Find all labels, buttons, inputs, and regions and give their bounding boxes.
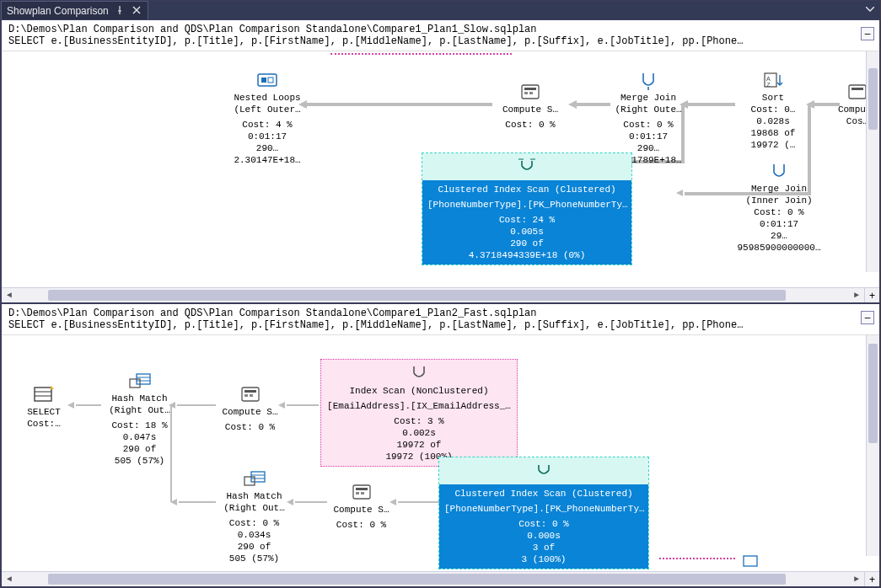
vertical-scrollbar[interactable] bbox=[866, 335, 879, 556]
svg-rect-4 bbox=[524, 88, 536, 90]
sort-icon: AZ bbox=[761, 70, 785, 90]
node-compute-scalar-1-b[interactable]: Compute S… Cost: 0 % bbox=[214, 384, 286, 433]
node-icon-header bbox=[422, 153, 631, 180]
merge-join-icon bbox=[637, 70, 660, 90]
plan-path: D:\Demos\Plan Comparison and QDS\Plan Co… bbox=[8, 24, 873, 35]
panes: D:\Demos\Plan Comparison and QDS\Plan Co… bbox=[1, 19, 880, 587]
node-icon-header bbox=[439, 457, 648, 484]
bottom-plan-pane: D:\Demos\Plan Comparison and QDS\Plan Co… bbox=[1, 303, 880, 587]
scroll-left-button[interactable]: ◄ bbox=[2, 572, 17, 586]
index-scan-icon bbox=[407, 363, 431, 383]
node-compute-scalar-2-b[interactable]: Compute S… Cost: 0 % bbox=[325, 482, 397, 531]
top-plan-pane: D:\Demos\Plan Comparison and QDS\Plan Co… bbox=[1, 19, 880, 303]
node-hash-match-2[interactable]: Hash Match (Right Out… Cost: 0 % 0.034s … bbox=[214, 468, 294, 564]
compute-scalar-icon bbox=[239, 384, 262, 404]
scroll-right-button[interactable]: ► bbox=[849, 288, 864, 302]
svg-rect-20 bbox=[244, 390, 256, 393]
titlebar: Showplan Comparison bbox=[1, 1, 880, 19]
plan-path: D:\Demos\Plan Comparison and QDS\Plan Co… bbox=[8, 307, 873, 319]
collapse-button[interactable]: – bbox=[861, 27, 874, 40]
tab-title: Showplan Comparison bbox=[7, 5, 109, 17]
connector bbox=[298, 100, 492, 109]
node-hash-match-1[interactable]: Hash Match (Right Out… Cost: 18 % 0.047s… bbox=[99, 371, 180, 467]
node-merge-join-2[interactable]: Merge Join (Inner Join) Cost: 0 % 0:01:1… bbox=[728, 161, 830, 257]
node-index-scan-nonclustered[interactable]: Index Scan (NonClustered) [EmailAddress]… bbox=[320, 359, 518, 467]
node-clustered-index-scan-selected-b[interactable]: Clustered Index Scan (Clustered) [PhoneN… bbox=[438, 457, 649, 569]
hash-match-icon bbox=[243, 468, 266, 489]
horizontal-scrollbar[interactable] bbox=[32, 572, 834, 586]
collapse-button[interactable]: – bbox=[861, 311, 874, 324]
svg-rect-2 bbox=[268, 78, 273, 83]
connector bbox=[170, 498, 216, 506]
svg-rect-10 bbox=[849, 85, 866, 99]
node-merge-join-1[interactable]: Merge Join (Right Oute… Cost: 0 % 0:01:1… bbox=[602, 70, 695, 166]
node-select[interactable]: SELECT Cost:… bbox=[19, 384, 69, 430]
hash-match-icon bbox=[128, 371, 152, 391]
pin-icon[interactable] bbox=[114, 5, 126, 17]
clustered-index-scan-icon bbox=[515, 156, 539, 176]
top-plan-header: D:\Demos\Plan Comparison and QDS\Plan Co… bbox=[2, 20, 879, 51]
compute-scalar-icon bbox=[350, 482, 373, 502]
svg-rect-1 bbox=[261, 78, 266, 83]
connector bbox=[67, 401, 101, 409]
connector bbox=[806, 100, 840, 109]
svg-rect-28 bbox=[356, 488, 368, 490]
plan-query: SELECT e.[BusinessEntityID], p.[Title], … bbox=[8, 319, 873, 331]
node-nested-loops[interactable]: Nested Loops (Left Outer… Cost: 4 % 0:01… bbox=[217, 70, 318, 166]
window-menu-dropdown[interactable] bbox=[863, 3, 877, 16]
svg-rect-6 bbox=[529, 92, 533, 94]
connector bbox=[676, 189, 688, 197]
scroll-left-button[interactable]: ◄ bbox=[2, 288, 17, 302]
svg-rect-29 bbox=[356, 492, 359, 494]
svg-rect-22 bbox=[250, 394, 253, 397]
svg-rect-0 bbox=[258, 74, 277, 86]
svg-text:Z: Z bbox=[766, 81, 771, 88]
svg-rect-11 bbox=[851, 88, 863, 90]
tab-showplan-comparison[interactable]: Showplan Comparison bbox=[1, 1, 148, 19]
bottom-hscroll: ◄ ► + bbox=[2, 571, 879, 586]
node-compute-scalar-1[interactable]: Compute S… Cost: 0 % bbox=[492, 82, 568, 131]
plan-query: SELECT e.[BusinessEntityID], p.[Title], … bbox=[8, 35, 873, 47]
svg-rect-5 bbox=[524, 92, 528, 94]
partial-icon bbox=[735, 553, 759, 571]
svg-rect-21 bbox=[244, 394, 248, 397]
highlight-pink-fragment bbox=[659, 558, 735, 559]
merge-join-icon bbox=[767, 161, 791, 181]
zoom-plus-button[interactable]: + bbox=[864, 572, 879, 586]
nested-loops-icon bbox=[255, 70, 279, 90]
bottom-canvas[interactable]: SELECT Cost:… Hash Match (Right Out… Cos… bbox=[2, 335, 879, 571]
compute-scalar-icon bbox=[518, 82, 542, 102]
node-clustered-index-scan-selected[interactable]: Clustered Index Scan (Clustered) [PhoneN… bbox=[422, 152, 632, 265]
svg-rect-31 bbox=[744, 556, 757, 566]
bottom-plan-header: D:\Demos\Plan Comparison and QDS\Plan Co… bbox=[2, 304, 879, 335]
top-canvas[interactable]: Nested Loops (Left Outer… Cost: 4 % 0:01… bbox=[2, 51, 879, 287]
showplan-comparison-window: Showplan Comparison D:\Demos\Plan Compar… bbox=[0, 0, 881, 588]
clustered-index-scan-icon bbox=[532, 460, 556, 480]
zoom-plus-button[interactable]: + bbox=[864, 288, 879, 302]
scroll-right-button[interactable]: ► bbox=[849, 572, 864, 586]
top-hscroll: ◄ ► + bbox=[2, 287, 879, 302]
select-icon bbox=[32, 384, 56, 404]
close-icon[interactable] bbox=[131, 5, 142, 17]
node-sort[interactable]: AZ Sort Cost: 0… 0.028s 19868 of 19972 (… bbox=[735, 70, 811, 151]
connector bbox=[389, 498, 440, 506]
svg-rect-12 bbox=[35, 388, 51, 401]
horizontal-scrollbar[interactable] bbox=[32, 288, 834, 302]
svg-rect-30 bbox=[361, 492, 364, 494]
vertical-scrollbar[interactable] bbox=[866, 51, 879, 272]
highlight-pink-fragment bbox=[330, 53, 512, 55]
